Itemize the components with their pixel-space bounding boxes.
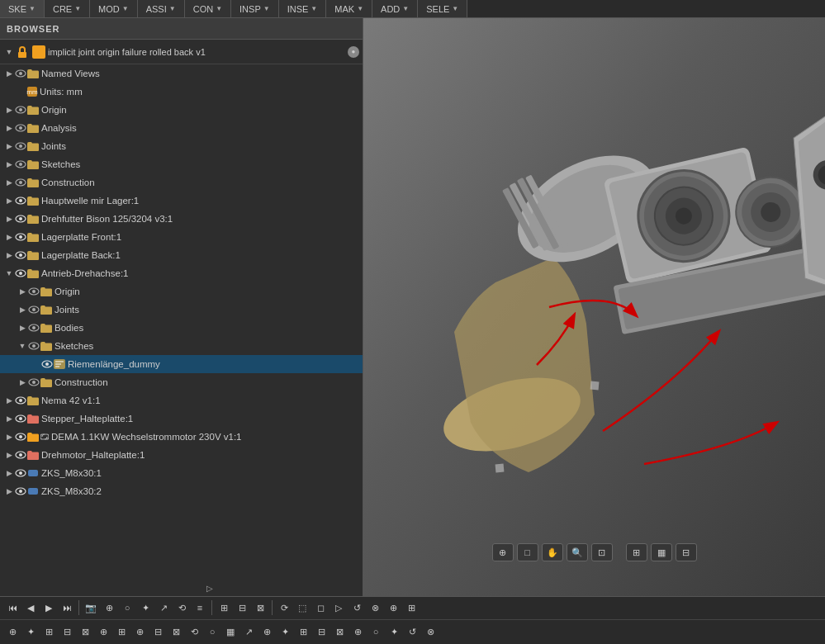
tool-15[interactable]: ⊗	[367, 599, 383, 616]
root-expand-arrow[interactable]: ▼	[3, 46, 15, 58]
tree-row-hauptwelle[interactable]: ▶ Hauptwelle mir Lager:1	[0, 192, 363, 210]
tree-row-zks1[interactable]: ▶ ZKS_M8x30:1	[0, 464, 363, 482]
tree-row-drehfutter[interactable]: ▶ Drehfutter Bison 125/3204 v3:1	[0, 210, 363, 228]
tree-row-bodies-sub[interactable]: ▶ Bodies	[0, 319, 363, 337]
tool-9[interactable]: ⊠	[252, 599, 268, 616]
tree-row-sketches-sub[interactable]: ▼ Sketches	[0, 337, 363, 355]
tool-4[interactable]: ↗	[155, 599, 172, 616]
tree-row-riemenlaenge[interactable]: ▶ Riemenlänge_dummy	[0, 355, 363, 373]
tree-row-dema[interactable]: ▶ DEMA 1.1KW Wechselstrommotor 230V v1:1	[0, 428, 363, 446]
toolbar-cre[interactable]: CRE▼	[45, 0, 90, 17]
bt-17[interactable]: ⊞	[295, 623, 311, 640]
nav-next-btn[interactable]: ▶	[40, 599, 57, 616]
expand-construction2[interactable]: ▶	[17, 376, 28, 388]
bt-21[interactable]: ○	[367, 623, 384, 640]
toolbar-con[interactable]: CON▼	[185, 0, 231, 17]
expand-drehmotor-halt[interactable]: ▶	[3, 449, 15, 461]
tree-row-drehmotor-halt[interactable]: ▶ Drehmotor_Halteplatte:1	[0, 446, 363, 464]
expand-sketches-sub[interactable]: ▼	[17, 340, 28, 352]
tree-row-units[interactable]: ▶ mm Units: mm	[0, 83, 363, 101]
vp-fit-btn[interactable]: ⊡	[591, 543, 613, 561]
tree-row-zks2[interactable]: ▶ ZKS_M8x30:2	[0, 482, 363, 500]
capture-btn[interactable]: 📷	[83, 599, 99, 616]
tree-row-origin[interactable]: ▶ Origin	[0, 101, 363, 119]
tool-16[interactable]: ⊕	[385, 599, 401, 616]
bt-12[interactable]: ○	[204, 623, 220, 640]
tool-10[interactable]: ⟳	[276, 599, 292, 616]
expand-named-views[interactable]: ▶	[3, 68, 15, 79]
bt-20[interactable]: ⊕	[349, 623, 366, 640]
bt-3[interactable]: ⊞	[40, 623, 57, 640]
bt-15[interactable]: ⊕	[258, 623, 275, 640]
bt-19[interactable]: ⊠	[331, 623, 348, 640]
expand-lagerplatte-back[interactable]: ▶	[3, 249, 15, 261]
toolbar-mod[interactable]: MOD▼	[90, 0, 138, 17]
expand-analysis[interactable]: ▶	[3, 122, 15, 134]
viewport[interactable]: ⊕ □ ✋ 🔍 ⊡ ⊞ ▦ ⊟	[363, 18, 825, 596]
tree-row-nema42[interactable]: ▶ Nema 42 v1:1	[0, 391, 363, 410]
tree-row-joints[interactable]: ▶ Joints	[0, 137, 363, 155]
toolbar-sele[interactable]: SELE▼	[418, 0, 467, 17]
tree-row-construction2[interactable]: ▶ Construction	[0, 373, 363, 391]
pin-icon[interactable]: ●	[348, 46, 359, 58]
tree-row-lagerplatte-front[interactable]: ▶ Lagerplatte Front:1	[0, 228, 363, 246]
tool-3[interactable]: ✦	[137, 599, 154, 616]
bt-13[interactable]: ▦	[222, 623, 239, 640]
nav-prev-btn[interactable]: ◀	[22, 599, 39, 616]
toolbar-ske[interactable]: SKE▼	[0, 0, 45, 17]
expand-nema42[interactable]: ▶	[3, 395, 15, 406]
bt-2[interactable]: ✦	[22, 623, 39, 640]
bt-5[interactable]: ⊠	[77, 623, 93, 640]
tool-14[interactable]: ↺	[348, 599, 365, 616]
toolbar-assi[interactable]: ASSI▼	[138, 0, 185, 17]
expand-drehfutter[interactable]: ▶	[3, 213, 15, 225]
tree-row-named-views[interactable]: ▶ Named Views	[0, 64, 363, 83]
expand-origin-sub[interactable]: ▶	[17, 286, 28, 297]
tool-5[interactable]: ⟲	[173, 599, 190, 616]
bt-7[interactable]: ⊞	[113, 623, 130, 640]
vp-display-btn[interactable]: ⊞	[626, 543, 647, 561]
bt-16[interactable]: ✦	[277, 623, 293, 640]
tool-11[interactable]: ⬚	[294, 599, 311, 616]
expand-bodies-sub[interactable]: ▶	[17, 322, 28, 334]
toolbar-mak[interactable]: MAK▼	[326, 0, 372, 17]
vp-grid-btn[interactable]: ▦	[651, 543, 672, 561]
browser-title-bar[interactable]: ▼ implicit joint origin failure rolled b…	[0, 40, 363, 64]
vp-pan-btn[interactable]: □	[517, 543, 538, 561]
toolbar-inse[interactable]: INSE▼	[279, 0, 327, 17]
tool-7[interactable]: ⊞	[216, 599, 232, 616]
tree-row-analysis[interactable]: ▶ Analysis	[0, 119, 363, 137]
vp-orbit-btn[interactable]: ⊕	[492, 543, 514, 561]
tool-2[interactable]: ○	[119, 599, 135, 616]
toolbar-add[interactable]: ADD▼	[372, 0, 418, 17]
expand-hauptwelle[interactable]: ▶	[3, 195, 15, 206]
expand-sketches[interactable]: ▶	[3, 159, 15, 170]
expand-joints-sub[interactable]: ▶	[17, 304, 28, 315]
tool-17[interactable]: ⊞	[403, 599, 420, 616]
bt-8[interactable]: ⊕	[131, 623, 148, 640]
expand-zks1[interactable]: ▶	[3, 467, 15, 479]
vp-zoom-in-btn[interactable]: 🔍	[567, 543, 588, 561]
tree-row-lagerplatte-back[interactable]: ▶ Lagerplatte Back:1	[0, 246, 363, 264]
bt-9[interactable]: ⊟	[149, 623, 166, 640]
tool-12[interactable]: ◻	[312, 599, 329, 616]
tree-row-construction1[interactable]: ▶ Construction	[0, 173, 363, 192]
nav-last-btn[interactable]: ⏭	[59, 599, 75, 616]
expand-joints[interactable]: ▶	[3, 140, 15, 152]
bt-24[interactable]: ⊗	[422, 623, 439, 640]
tree-row-sketches[interactable]: ▶ Sketches	[0, 155, 363, 173]
bt-1[interactable]: ⊕	[4, 623, 21, 640]
bt-22[interactable]: ✦	[386, 623, 402, 640]
tree-row-joints-sub[interactable]: ▶ Joints	[0, 301, 363, 319]
tree-container[interactable]: ▶ Named Views ▶ mm Units: mm ▶ Origin ▶ …	[0, 64, 363, 629]
bt-23[interactable]: ↺	[404, 623, 420, 640]
tool-6[interactable]: ≡	[192, 599, 208, 616]
tree-row-antrieb[interactable]: ▼ Antrieb-Drehachse:1	[0, 264, 363, 282]
tree-row-origin-sub[interactable]: ▶ Origin	[0, 282, 363, 301]
bt-6[interactable]: ⊕	[95, 623, 111, 640]
vp-visual-btn[interactable]: ⊟	[676, 543, 697, 561]
tool-13[interactable]: ▷	[330, 599, 347, 616]
vp-hand-btn[interactable]: ✋	[542, 543, 563, 561]
nav-first-btn[interactable]: ⏮	[4, 599, 21, 616]
expand-dema[interactable]: ▶	[3, 431, 15, 443]
